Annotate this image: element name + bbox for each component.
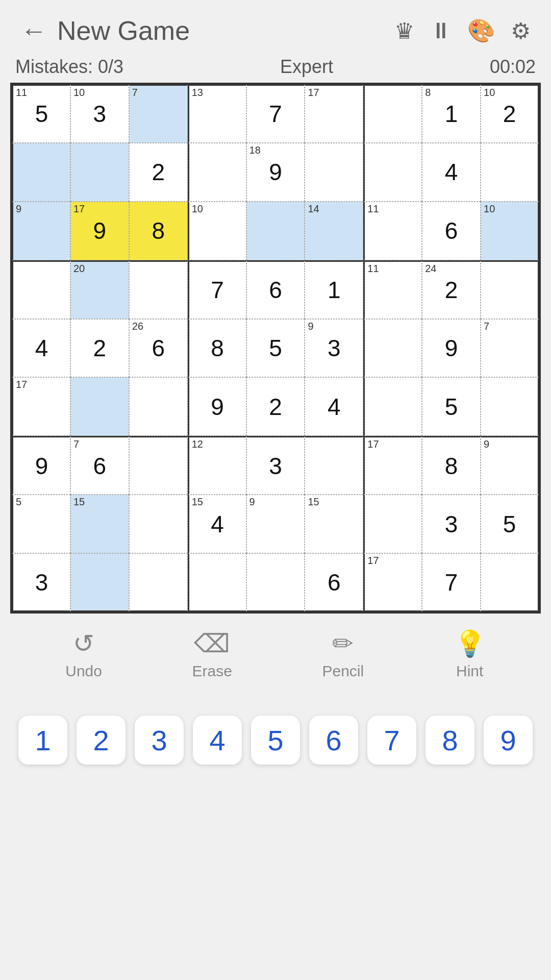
pencil-button[interactable]: ✏ Pencil — [322, 629, 364, 680]
numpad-button-6[interactable]: 6 — [309, 716, 358, 765]
table-row[interactable]: 103 — [70, 84, 129, 143]
numpad-button-9[interactable]: 9 — [484, 716, 533, 765]
table-row[interactable]: 10 — [188, 202, 246, 260]
table-row[interactable] — [481, 260, 539, 319]
table-row[interactable] — [363, 84, 422, 143]
table-row[interactable]: 154 — [188, 495, 246, 553]
table-row[interactable] — [12, 260, 70, 319]
table-row[interactable]: 11 — [363, 202, 422, 260]
table-row[interactable] — [70, 143, 129, 202]
table-row[interactable]: 3 — [246, 436, 305, 495]
table-row[interactable]: 5 — [246, 319, 305, 378]
table-row[interactable]: 3 — [422, 495, 481, 553]
table-row[interactable]: 17 — [363, 436, 422, 495]
table-row[interactable]: 81 — [422, 84, 481, 143]
table-row[interactable]: 7 — [481, 319, 539, 378]
table-row[interactable]: 8 — [422, 436, 481, 495]
table-row[interactable] — [363, 495, 422, 553]
table-row[interactable]: 7 — [422, 553, 481, 612]
table-row[interactable] — [363, 143, 422, 202]
hint-button[interactable]: 💡 Hint — [454, 629, 486, 680]
pause-icon[interactable]: ⏸ — [430, 18, 452, 43]
table-row[interactable]: 15 — [70, 495, 129, 553]
table-row[interactable]: 1 — [305, 260, 363, 319]
table-row[interactable] — [363, 319, 422, 378]
table-row[interactable]: 14 — [305, 202, 363, 260]
table-row[interactable] — [481, 143, 539, 202]
hint-icon: 💡 — [454, 629, 486, 658]
table-row[interactable] — [129, 495, 188, 553]
table-row[interactable] — [481, 377, 539, 436]
table-row[interactable]: 5 — [12, 495, 70, 553]
table-row[interactable] — [129, 377, 188, 436]
table-row[interactable]: 9 — [188, 377, 246, 436]
table-row[interactable]: 93 — [305, 319, 363, 378]
table-row[interactable] — [129, 553, 188, 612]
table-row[interactable]: 189 — [246, 143, 305, 202]
table-row[interactable]: 20 — [70, 260, 129, 319]
table-row[interactable]: 17 — [305, 84, 363, 143]
palette-icon[interactable]: 🎨 — [467, 17, 495, 44]
table-row[interactable] — [12, 143, 70, 202]
table-row[interactable]: 9 — [246, 495, 305, 553]
table-row[interactable]: 3 — [12, 553, 70, 612]
table-row[interactable]: 7 — [129, 84, 188, 143]
table-row[interactable]: 4 — [305, 377, 363, 436]
table-row[interactable] — [70, 553, 129, 612]
table-row[interactable] — [129, 260, 188, 319]
table-row[interactable]: 2 — [129, 143, 188, 202]
table-row[interactable]: 6 — [246, 260, 305, 319]
settings-icon[interactable]: ⚙ — [511, 18, 531, 44]
numpad-button-7[interactable]: 7 — [367, 716, 416, 765]
table-row[interactable] — [305, 143, 363, 202]
table-row[interactable]: 4 — [422, 143, 481, 202]
erase-button[interactable]: ⌫ Erase — [192, 629, 232, 680]
numpad-button-5[interactable]: 5 — [251, 716, 300, 765]
table-row[interactable] — [188, 553, 246, 612]
table-row[interactable]: 2 — [246, 377, 305, 436]
table-row[interactable]: 2 — [70, 319, 129, 378]
table-row[interactable]: 9 — [422, 319, 481, 378]
table-row[interactable] — [246, 553, 305, 612]
undo-button[interactable]: ↺ Undo — [65, 629, 102, 680]
table-row[interactable] — [305, 436, 363, 495]
table-row[interactable]: 9 — [12, 202, 70, 260]
table-row[interactable]: 102 — [481, 84, 539, 143]
table-row[interactable]: 9 — [12, 436, 70, 495]
table-row[interactable]: 15 — [305, 495, 363, 553]
table-row[interactable]: 179 — [70, 202, 129, 260]
table-row[interactable]: 242 — [422, 260, 481, 319]
table-row[interactable]: 17 — [12, 377, 70, 436]
numpad-button-4[interactable]: 4 — [193, 716, 242, 765]
numpad-button-2[interactable]: 2 — [77, 716, 126, 765]
table-row[interactable]: 115 — [12, 84, 70, 143]
back-button[interactable]: ← — [20, 15, 47, 46]
numpad-button-3[interactable]: 3 — [135, 716, 184, 765]
table-row[interactable]: 17 — [363, 553, 422, 612]
table-row[interactable]: 8 — [129, 202, 188, 260]
table-row[interactable]: 13 — [188, 84, 246, 143]
table-row[interactable]: 76 — [70, 436, 129, 495]
table-row[interactable] — [188, 143, 246, 202]
table-row[interactable] — [246, 202, 305, 260]
table-row[interactable]: 4 — [12, 319, 70, 378]
table-row[interactable]: 7 — [188, 260, 246, 319]
table-row[interactable] — [481, 553, 539, 612]
numpad-button-1[interactable]: 1 — [18, 716, 67, 765]
table-row[interactable]: 9 — [481, 436, 539, 495]
table-row[interactable]: 7 — [246, 84, 305, 143]
table-row[interactable]: 8 — [188, 319, 246, 378]
table-row[interactable] — [363, 377, 422, 436]
table-row[interactable]: 5 — [481, 495, 539, 553]
crown-icon[interactable]: ♛ — [394, 18, 414, 44]
table-row[interactable]: 11 — [363, 260, 422, 319]
table-row[interactable] — [70, 377, 129, 436]
table-row[interactable] — [129, 436, 188, 495]
table-row[interactable]: 10 — [481, 202, 539, 260]
table-row[interactable]: 5 — [422, 377, 481, 436]
table-row[interactable]: 12 — [188, 436, 246, 495]
table-row[interactable]: 6 — [422, 202, 481, 260]
numpad-button-8[interactable]: 8 — [425, 716, 474, 765]
table-row[interactable]: 266 — [129, 319, 188, 378]
table-row[interactable]: 6 — [305, 553, 363, 612]
